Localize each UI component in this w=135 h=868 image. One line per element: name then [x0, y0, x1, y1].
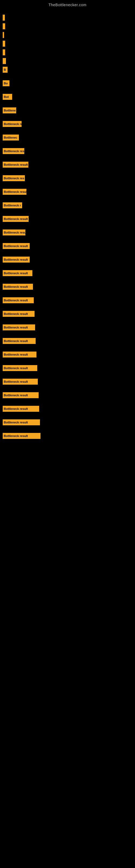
bottleneck-bar: Bottleneck result: [3, 433, 41, 439]
bottleneck-bar: B: [3, 67, 8, 73]
bar-row: Bottleneck re: [3, 120, 132, 128]
bottleneck-bar: Bottleneck r: [3, 203, 22, 208]
bar-row: Bottlenec: [3, 134, 132, 141]
bottleneck-bar: Bottleneck result: [3, 338, 36, 344]
bar-spacer: [3, 291, 132, 297]
bar-row: B: [3, 66, 132, 73]
bottleneck-bar: Bottleneck re: [3, 121, 21, 127]
bottleneck-bar: Bottlenec: [3, 134, 19, 141]
bar-row: Bottleneck result: [3, 378, 132, 385]
bar-spacer: [3, 169, 132, 175]
bottleneck-bar: Bottleneck res: [3, 148, 24, 154]
bottleneck-bar: Bottleneck result: [3, 406, 39, 412]
bottleneck-bar: Bottleneck result: [3, 351, 37, 358]
bar-row: Bottleneck resu: [3, 229, 132, 236]
site-title: TheBottlenecker.com: [0, 0, 135, 8]
bar-row: Bottleneck result: [3, 337, 132, 345]
bar-spacer: [3, 346, 132, 351]
bar-row: Bottlene: [3, 106, 132, 114]
bar-row: Bot: [3, 93, 132, 101]
bar-spacer: [3, 332, 132, 337]
bar-spacer: [3, 88, 132, 93]
bar-row: [3, 23, 132, 30]
bar-row: Bottleneck result: [3, 283, 132, 290]
bottleneck-bar: Bottleneck result: [3, 311, 35, 317]
bottleneck-bar: Bottleneck result: [3, 257, 30, 262]
bottleneck-bar: [3, 23, 5, 29]
bar-row: Bottleneck res: [3, 147, 132, 155]
bottleneck-bar: Bottleneck result: [3, 379, 38, 384]
bottleneck-bar: Bo: [3, 80, 9, 86]
bar-spacer: [3, 183, 132, 188]
bar-spacer: [3, 386, 132, 392]
bar-spacer: [3, 265, 132, 269]
bar-spacer: [3, 224, 132, 229]
bar-spacer: [3, 414, 132, 418]
bar-row: Bo: [3, 80, 132, 87]
bar-row: Bottleneck result: [3, 256, 132, 264]
bar-row: [3, 40, 132, 48]
bottleneck-bar: Bottleneck result: [3, 243, 30, 249]
bottleneck-bar: Bot: [3, 94, 12, 100]
bar-row: Bottleneck result: [3, 310, 132, 318]
bottleneck-bar: Bottleneck resul: [3, 189, 27, 195]
bottleneck-bar: Bottleneck resu: [3, 229, 26, 236]
bar-spacer: [3, 129, 132, 134]
bottleneck-bar: Bottleneck result: [3, 284, 33, 290]
bottleneck-bar: Bottlene: [3, 107, 16, 113]
bar-row: [3, 14, 132, 22]
bottleneck-bar: Bottleneck result: [3, 392, 39, 398]
bottleneck-bar: [3, 32, 4, 38]
bar-row: Bottleneck result: [3, 161, 132, 168]
bar-spacer: [3, 143, 132, 147]
bar-row: Bottleneck result: [3, 418, 132, 426]
bar-spacer: [3, 237, 132, 242]
bars-container: BBoBotBottleneBottleneck reBottlenecBott…: [0, 8, 135, 448]
bottleneck-bar: Bottleneck result: [3, 297, 34, 303]
bar-row: Bottleneck result: [3, 351, 132, 358]
bar-spacer: [3, 373, 132, 378]
bar-spacer: [3, 251, 132, 256]
bottleneck-bar: Bottleneck result: [3, 270, 32, 276]
bar-row: Bottleneck result: [3, 405, 132, 412]
bar-row: Bottleneck result: [3, 392, 132, 399]
bar-spacer: [3, 360, 132, 364]
bar-row: Bottleneck result: [3, 269, 132, 277]
bar-row: [3, 31, 132, 39]
bar-spacer: [3, 441, 132, 446]
bottleneck-bar: [3, 41, 5, 46]
bar-spacer: [3, 102, 132, 106]
bar-spacer: [3, 74, 132, 80]
bar-row: Bottleneck resul: [3, 188, 132, 195]
bar-row: [3, 49, 132, 56]
bar-spacer: [3, 319, 132, 323]
bottleneck-bar: Bottleneck result: [3, 420, 40, 425]
bar-spacer: [3, 156, 132, 161]
bar-row: Bottleneck res: [3, 175, 132, 182]
bar-row: Bottleneck result: [3, 364, 132, 372]
bar-spacer: [3, 305, 132, 310]
bottleneck-bar: Bottleneck result: [3, 365, 37, 371]
bottleneck-bar: [3, 50, 5, 55]
bar-row: Bottleneck r: [3, 202, 132, 209]
bar-spacer: [3, 197, 132, 202]
bar-row: Bottleneck result: [3, 323, 132, 331]
bottleneck-bar: Bottleneck res: [3, 175, 25, 181]
bar-row: Bottleneck result: [3, 215, 132, 223]
bottleneck-bar: Bottleneck result: [3, 162, 28, 167]
bar-row: Bottleneck result: [3, 297, 132, 304]
bar-row: Bottleneck result: [3, 242, 132, 250]
bar-spacer: [3, 427, 132, 432]
bottleneck-bar: [3, 14, 5, 21]
bar-spacer: [3, 115, 132, 120]
bottleneck-bar: [3, 58, 6, 64]
bar-spacer: [3, 400, 132, 405]
bar-spacer: [3, 278, 132, 283]
bar-spacer: [3, 210, 132, 215]
bottleneck-bar: Bottleneck result: [3, 324, 35, 330]
bar-row: Bottleneck result: [3, 432, 132, 440]
bar-row: [3, 57, 132, 65]
bottleneck-bar: Bottleneck result: [3, 216, 29, 222]
